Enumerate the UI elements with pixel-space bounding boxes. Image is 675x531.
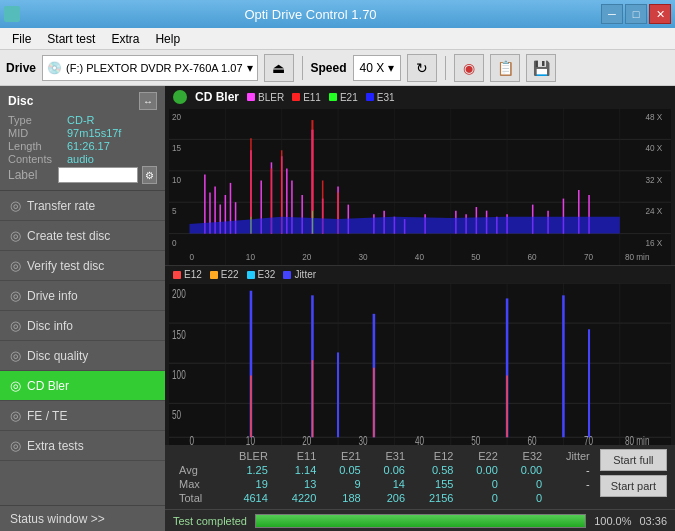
menu-start-test[interactable]: Start test — [39, 30, 103, 48]
svg-text:150: 150 — [172, 328, 186, 341]
svg-text:0: 0 — [189, 252, 194, 263]
refresh-button[interactable]: ↻ — [407, 54, 437, 82]
svg-text:30: 30 — [359, 434, 368, 445]
svg-text:24 X: 24 X — [645, 206, 662, 217]
chart1-title: CD Bler — [195, 90, 239, 104]
sidebar-item-cd-bler[interactable]: ◎ CD Bler — [0, 371, 165, 401]
chart2-title-area: E12 E22 E32 Jitter — [165, 266, 675, 283]
title-bar: Opti Drive Control 1.70 ─ □ ✕ — [0, 0, 675, 28]
svg-text:5: 5 — [172, 206, 177, 217]
svg-text:10: 10 — [172, 174, 181, 185]
minimize-button[interactable]: ─ — [601, 4, 623, 24]
max-e22: 0 — [459, 477, 503, 491]
disc-panel: Disc ↔ Type CD-R MID 97m15s17f Length 61… — [0, 86, 165, 191]
status-text: Test completed — [173, 515, 247, 527]
sidebar-item-label: CD Bler — [27, 379, 69, 393]
avg-e32: 0.00 — [504, 463, 548, 477]
sidebar-item-transfer-rate[interactable]: ◎ Transfer rate — [0, 191, 165, 221]
sidebar-item-label: Drive info — [27, 289, 78, 303]
app-title: Opti Drive Control 1.70 — [20, 7, 601, 22]
disc-refresh-button[interactable]: ↔ — [139, 92, 157, 110]
disc-type-label: Type — [8, 114, 63, 126]
progress-time: 03:36 — [639, 515, 667, 527]
sidebar-item-extra-tests[interactable]: ◎ Extra tests — [0, 431, 165, 461]
sidebar-item-label: Verify test disc — [27, 259, 104, 273]
sidebar-item-create-test-disc[interactable]: ◎ Create test disc — [0, 221, 165, 251]
chart1-legend-e31: E31 — [366, 92, 395, 103]
sidebar-item-verify-test-disc[interactable]: ◎ Verify test disc — [0, 251, 165, 281]
drive-selector[interactable]: 💿 (F:) PLEXTOR DVDR PX-760A 1.07 ▾ — [42, 55, 257, 81]
dropdown-arrow: ▾ — [247, 61, 253, 75]
sidebar-item-label: FE / TE — [27, 409, 67, 423]
speed-selector[interactable]: 40 X ▾ — [353, 55, 402, 81]
sidebar-item-disc-quality[interactable]: ◎ Disc quality — [0, 341, 165, 371]
disc-label-input[interactable] — [58, 167, 138, 183]
e32-label: E32 — [258, 269, 276, 280]
e31-label: E31 — [377, 92, 395, 103]
sidebar-item-label: Disc quality — [27, 349, 88, 363]
chart2-legend-e22: E22 — [210, 269, 239, 280]
maximize-button[interactable]: □ — [625, 4, 647, 24]
svg-text:48 X: 48 X — [645, 111, 662, 122]
e21-color — [329, 93, 337, 101]
speed-value: 40 X — [360, 61, 385, 75]
erase-button[interactable]: ◉ — [454, 54, 484, 82]
menu-help[interactable]: Help — [147, 30, 188, 48]
start-part-button[interactable]: Start part — [600, 475, 667, 497]
col-header-bler: BLER — [220, 449, 274, 463]
window-controls: ─ □ ✕ — [601, 4, 671, 24]
drive-name: (F:) PLEXTOR DVDR PX-760A 1.07 — [66, 62, 242, 74]
svg-text:100: 100 — [172, 368, 186, 381]
nav-items: ◎ Transfer rate ◎ Create test disc ◎ Ver… — [0, 191, 165, 505]
sidebar: Disc ↔ Type CD-R MID 97m15s17f Length 61… — [0, 86, 165, 531]
eject-button[interactable]: ⏏ — [264, 54, 294, 82]
col-header-e22: E22 — [459, 449, 503, 463]
stats-area: BLER E11 E21 E31 E12 E22 E32 Jitter Avg — [165, 445, 675, 509]
svg-text:60: 60 — [528, 252, 537, 263]
copy-button[interactable]: 📋 — [490, 54, 520, 82]
avg-e12: 0.58 — [411, 463, 459, 477]
disc-mid-label: MID — [8, 127, 63, 139]
disc-contents-row: Contents audio — [8, 153, 157, 165]
total-e31: 206 — [367, 491, 411, 505]
close-button[interactable]: ✕ — [649, 4, 671, 24]
total-bler: 4614 — [220, 491, 274, 505]
cd-bler-icon: ◎ — [10, 378, 21, 393]
col-header-empty — [173, 449, 220, 463]
avg-e31: 0.06 — [367, 463, 411, 477]
avg-bler: 1.25 — [220, 463, 274, 477]
drive-info-icon: ◎ — [10, 288, 21, 303]
progress-bar — [255, 514, 586, 528]
status-window-button[interactable]: Status window >> — [0, 505, 165, 531]
total-e32: 0 — [504, 491, 548, 505]
svg-text:200: 200 — [172, 288, 186, 301]
svg-text:80 min: 80 min — [625, 252, 650, 263]
svg-text:30: 30 — [359, 252, 368, 263]
disc-quality-icon: ◎ — [10, 348, 21, 363]
avg-label: Avg — [173, 463, 220, 477]
drive-label: Drive — [6, 61, 36, 75]
menu-extra[interactable]: Extra — [103, 30, 147, 48]
start-full-button[interactable]: Start full — [600, 449, 667, 471]
chart2-svg: 200 150 100 50 0 10 20 30 40 50 60 70 80… — [169, 283, 671, 445]
sidebar-item-fe-te[interactable]: ◎ FE / TE — [0, 401, 165, 431]
chart1-legend-e11: E11 — [292, 92, 321, 103]
disc-mid-row: MID 97m15s17f — [8, 127, 157, 139]
drive-icon: 💿 — [47, 61, 62, 75]
sidebar-item-drive-info[interactable]: ◎ Drive info — [0, 281, 165, 311]
progress-bar-area: Test completed 100.0% 03:36 — [165, 509, 675, 531]
menu-file[interactable]: File — [4, 30, 39, 48]
svg-text:0: 0 — [189, 434, 194, 445]
avg-e22: 0.00 — [459, 463, 503, 477]
save-button[interactable]: 💾 — [526, 54, 556, 82]
sidebar-item-label: Disc info — [27, 319, 73, 333]
sidebar-item-disc-info[interactable]: ◎ Disc info — [0, 311, 165, 341]
speed-label: Speed — [311, 61, 347, 75]
chart1-legend-bler: BLER — [247, 92, 284, 103]
col-header-e12: E12 — [411, 449, 459, 463]
disc-gear-button[interactable]: ⚙ — [142, 166, 157, 184]
total-label: Total — [173, 491, 220, 505]
e11-label: E11 — [303, 92, 321, 103]
disc-panel-header: Disc ↔ — [8, 92, 157, 110]
svg-text:40: 40 — [415, 252, 424, 263]
